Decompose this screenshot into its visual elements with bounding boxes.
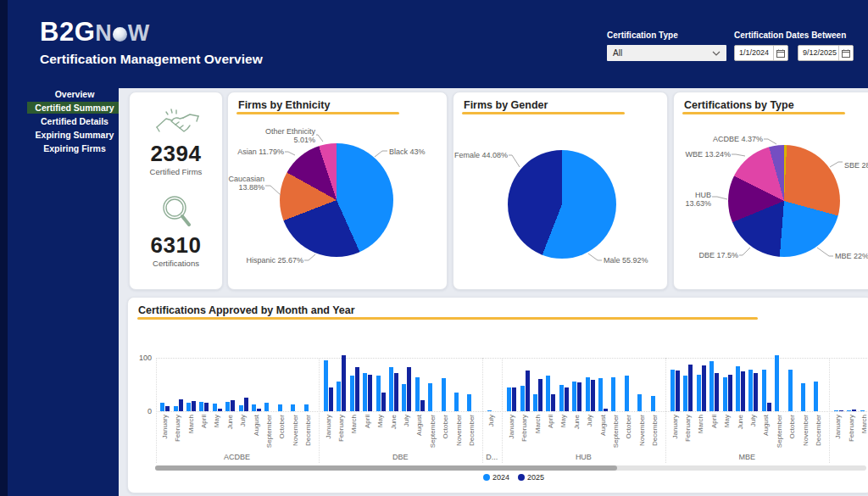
bar-2024-ACDBE-May[interactable]: [213, 404, 217, 411]
bar-2025-ACDBE-May[interactable]: [218, 409, 222, 411]
bar-2024-MBE-August[interactable]: [762, 370, 766, 411]
bar-2025-ACDBE-March[interactable]: [192, 401, 196, 411]
bar-2024-DBE-September[interactable]: [428, 383, 432, 411]
bar-2025-HUB-August[interactable]: [604, 409, 608, 411]
bar-2024-DBE-February[interactable]: [337, 382, 341, 411]
bar-2025-MBE-May[interactable]: [728, 375, 732, 411]
bar-2024-DBE-November[interactable]: [454, 393, 459, 411]
bar-2024-DBE-June[interactable]: [389, 367, 393, 411]
bar-2024-MBE-April[interactable]: [709, 361, 714, 411]
bar-2025-ACDBE-June[interactable]: [231, 400, 235, 411]
chart-scrollbar-thumb[interactable]: [155, 465, 617, 471]
bar-2024-DBE-December[interactable]: [467, 394, 471, 411]
sidebar-item-expiring-firms[interactable]: Expiring Firms: [27, 142, 122, 154]
bar-2024-DBE-October[interactable]: [442, 378, 446, 411]
bar-2024-MBE-May[interactable]: [723, 377, 727, 411]
bar-2024-MBE-September[interactable]: [775, 355, 779, 411]
bar-2024-HUB-December[interactable]: [651, 396, 655, 411]
bar-2024-DBE-April[interactable]: [363, 373, 367, 411]
bar-2025-ACDBE-February[interactable]: [179, 399, 183, 411]
bar-2025-MBE-June[interactable]: [741, 371, 745, 411]
bar-2024-HUB-January[interactable]: [507, 387, 511, 411]
bar-2024-HUB-February[interactable]: [520, 386, 525, 411]
bar-2024-HUB-June[interactable]: [572, 382, 576, 411]
bar-2024-HUB-October[interactable]: [625, 376, 629, 411]
sidebar-item-expiring-summary[interactable]: Expiring Summary: [27, 129, 122, 141]
bar-2024-D...-July[interactable]: [487, 410, 492, 411]
bar-2024-HUB-March[interactable]: [533, 394, 537, 411]
bar-2024-ACDBE-June[interactable]: [225, 402, 230, 411]
bar-2025-DBE-July[interactable]: [407, 367, 411, 411]
bar-2024-ACDBE-February[interactable]: [174, 406, 178, 411]
bar-2025-HUB-April[interactable]: [551, 394, 555, 411]
bar-2025-ACDBE-April[interactable]: [204, 403, 209, 411]
sidebar-item-certified-summary[interactable]: Certified Summary: [27, 102, 122, 114]
bar-2024-ACDBE-December[interactable]: [304, 404, 309, 411]
bar-2024-DBE-January[interactable]: [324, 360, 328, 411]
bar-2025-ACDBE-August[interactable]: [257, 409, 261, 411]
bar-2024-ACDBE-March[interactable]: [186, 403, 191, 411]
sidebar-item-certified-details[interactable]: Certified Details: [27, 115, 122, 127]
date-to-input[interactable]: 9/12/2025: [798, 45, 854, 61]
bar-2025-HUB-May[interactable]: [565, 387, 569, 411]
certification-type-dropdown[interactable]: All: [607, 45, 726, 61]
bar-2024-DBE-March[interactable]: [350, 376, 354, 411]
bar-2025-HUB-March[interactable]: [538, 379, 542, 411]
bar-2025-DBE-March[interactable]: [355, 367, 359, 411]
bar-2025-HUB-February[interactable]: [526, 371, 530, 411]
bar-2024-MBE-July[interactable]: [748, 370, 753, 411]
bar-2025-DBE-August[interactable]: [420, 400, 425, 411]
bar-2025-DBE-June[interactable]: [394, 373, 398, 411]
bar-2024-ACDBE-January[interactable]: [160, 403, 164, 411]
bar-2025-MBE-April[interactable]: [715, 373, 719, 411]
bar-2024-ACDBE-September[interactable]: [264, 403, 269, 411]
bar-2024-ACDBE-July[interactable]: [239, 405, 243, 411]
bar-2025-HUB-January[interactable]: [512, 387, 516, 411]
bar-2024-HUB-September[interactable]: [611, 377, 615, 411]
bar-2024-ACDBE-November[interactable]: [291, 404, 295, 411]
bar-2024-ACDBE-October[interactable]: [278, 404, 282, 411]
bar-2024-ACDBE-August[interactable]: [252, 404, 256, 411]
bar-2025-ACDBE-January[interactable]: [165, 406, 170, 411]
bar-2025-DBE-April[interactable]: [368, 375, 372, 411]
bar-2024-PDBE-March[interactable]: [860, 410, 865, 411]
bar-2025-MBE-July[interactable]: [754, 373, 758, 411]
bar-2024-MBE-March[interactable]: [697, 375, 701, 411]
date-from-input[interactable]: 1/1/2024: [734, 45, 788, 61]
bar-2025-DBE-February[interactable]: [342, 355, 346, 411]
bar-2024-MBE-December[interactable]: [814, 382, 818, 411]
bar-2024-MBE-October[interactable]: [788, 370, 793, 411]
calendar-icon[interactable]: [773, 46, 787, 60]
bar-2025-HUB-July[interactable]: [591, 380, 595, 411]
bar-2024-HUB-November[interactable]: [637, 394, 642, 411]
chart-scrollbar-track[interactable]: [155, 465, 866, 471]
bar-2025-MBE-August[interactable]: [767, 403, 771, 411]
sidebar-item-overview[interactable]: Overview: [27, 88, 122, 100]
bar-2024-ACDBE-April[interactable]: [199, 402, 203, 411]
bar-2025-DBE-January[interactable]: [329, 387, 333, 411]
bar-2025-MBE-February[interactable]: [688, 365, 693, 411]
bar-2025-ACDBE-July[interactable]: [244, 398, 248, 411]
bar-2025-HUB-June[interactable]: [577, 382, 581, 411]
bar-2025-MBE-March[interactable]: [702, 365, 706, 411]
calendar-icon[interactable]: [838, 46, 853, 60]
bar-2024-MBE-January[interactable]: [670, 370, 675, 411]
bar-2024-DBE-May[interactable]: [376, 376, 381, 411]
bar-2024-DBE-August[interactable]: [415, 377, 420, 411]
legend-item-2025[interactable]: 2025: [518, 473, 544, 482]
bar-2024-MBE-November[interactable]: [801, 383, 805, 411]
bar-2024-MBE-February[interactable]: [683, 376, 687, 411]
bar-2024-MBE-June[interactable]: [736, 366, 740, 411]
bar-2025-DBE-May[interactable]: [381, 393, 386, 411]
bar-2024-HUB-July[interactable]: [586, 377, 590, 411]
bar-2024-PDBE-January[interactable]: [834, 410, 838, 411]
legend-item-2024[interactable]: 2024: [483, 473, 509, 482]
bar-2025-PDBE-February[interactable]: [852, 410, 856, 411]
bar-2024-HUB-August[interactable]: [598, 378, 603, 411]
bar-2025-MBE-January[interactable]: [676, 371, 680, 411]
bar-2024-DBE-July[interactable]: [402, 384, 406, 411]
bar-2024-PDBE-February[interactable]: [847, 410, 851, 411]
bar-2025-PDBE-January[interactable]: [839, 410, 843, 411]
bar-2024-HUB-April[interactable]: [546, 376, 550, 411]
bar-2024-HUB-May[interactable]: [559, 385, 564, 412]
